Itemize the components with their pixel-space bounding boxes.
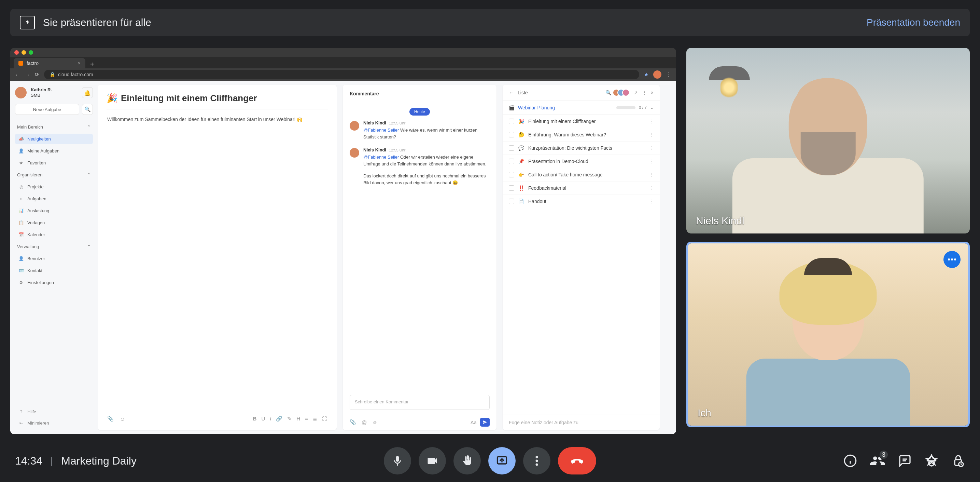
italic-icon[interactable]: I xyxy=(270,416,271,422)
task-more-icon[interactable]: ⋮ xyxy=(649,119,654,124)
user-profile[interactable]: Kathrin R. SMB 🔔 xyxy=(15,87,93,99)
present-button[interactable] xyxy=(488,447,515,474)
list-icon[interactable]: ≡ xyxy=(305,416,308,422)
checkbox[interactable] xyxy=(509,199,514,204)
profile-avatar[interactable] xyxy=(653,70,662,79)
forward-icon[interactable]: → xyxy=(25,72,30,78)
sidebar-item-einstellungen[interactable]: ⚙Einstellungen xyxy=(15,277,93,288)
attach-icon[interactable]: 📎 xyxy=(107,416,114,422)
raise-hand-button[interactable] xyxy=(453,447,481,474)
participant-video-tile[interactable]: Niels Kindl xyxy=(686,48,970,233)
host-controls-button[interactable] xyxy=(951,454,965,468)
checkbox[interactable] xyxy=(509,172,514,177)
task-more-icon[interactable]: ⋮ xyxy=(649,199,654,204)
task-more-icon[interactable]: ⋮ xyxy=(649,172,654,177)
browser-tab[interactable]: factro × xyxy=(14,58,85,69)
link-icon[interactable]: 🔗 xyxy=(276,416,282,422)
share-icon[interactable]: ↗ xyxy=(634,90,638,96)
close-tab-icon[interactable]: × xyxy=(78,61,81,66)
task-row[interactable]: ‼️Feedbackmaterial⋮ xyxy=(503,182,660,195)
numbered-list-icon[interactable]: ≣ xyxy=(313,416,317,422)
task-row[interactable]: 🎉Einleitung mit einem Cliffhanger⋮ xyxy=(503,115,660,128)
send-button[interactable] xyxy=(480,418,490,427)
at-icon[interactable]: @ xyxy=(362,420,367,425)
mic-button[interactable] xyxy=(384,447,411,474)
minimize-window-icon[interactable] xyxy=(22,50,26,55)
add-note-input[interactable]: Füge eine Notiz oder Aufgabe zu xyxy=(503,415,660,430)
sidebar-item-auslastung[interactable]: 📊Auslastung xyxy=(15,206,93,216)
attach-icon[interactable]: 📎 xyxy=(350,419,356,425)
close-window-icon[interactable] xyxy=(14,50,19,55)
search-icon[interactable]: 🔍 xyxy=(605,90,611,96)
task-more-icon[interactable]: ⋮ xyxy=(649,145,654,151)
chat-button[interactable] xyxy=(898,454,912,468)
sidebar-item-projekte[interactable]: ◎Projekte xyxy=(15,182,93,192)
tile-options-button[interactable] xyxy=(943,251,961,268)
task-row[interactable]: 🤔Einführung: Warum dieses Webinar?⋮ xyxy=(503,128,660,142)
browser-menu-icon[interactable]: ⋮ xyxy=(666,72,671,78)
sidebar-item-hilfe[interactable]: ?Hilfe xyxy=(15,407,93,417)
search-button[interactable]: 🔍 xyxy=(82,104,93,115)
section-verwaltung[interactable]: Verwaltung⌃ xyxy=(15,241,93,252)
emoji-icon[interactable]: ☺ xyxy=(372,420,377,425)
maximize-window-icon[interactable] xyxy=(29,50,33,55)
sidebar-item-minimieren[interactable]: ⇤Minimieren xyxy=(15,418,93,428)
checkbox[interactable] xyxy=(509,119,514,124)
sidebar-item-benutzer[interactable]: 👤Benutzer xyxy=(15,253,93,264)
activities-button[interactable] xyxy=(925,454,938,468)
expand-icon[interactable]: ⛶ xyxy=(322,416,327,422)
task-title[interactable]: 🎉Einleitung mit einem Cliffhanger xyxy=(107,93,328,109)
self-video-tile[interactable]: Ich xyxy=(686,242,970,427)
new-task-button[interactable]: Neue Aufgabe xyxy=(15,104,79,115)
sidebar-item-favoriten[interactable]: ★Favoriten xyxy=(15,158,93,168)
sidebar-item-neuigkeiten[interactable]: 📣Neuigkeiten xyxy=(15,134,93,144)
address-bar[interactable]: 🔒 cloud.factro.com xyxy=(44,70,639,79)
heading-icon[interactable]: H xyxy=(296,416,300,422)
sidebar-item-vorlagen[interactable]: 📋Vorlagen xyxy=(15,217,93,228)
sidebar-item-meine-aufgaben[interactable]: 👤Meine Aufgaben xyxy=(15,145,93,156)
hangup-button[interactable] xyxy=(558,447,596,474)
task-more-icon[interactable]: ⋮ xyxy=(649,159,654,164)
checkbox[interactable] xyxy=(509,159,514,164)
sidebar-item-kalender[interactable]: 📅Kalender xyxy=(15,229,93,240)
task-row[interactable]: 👉Call to action/ Take home message⋮ xyxy=(503,168,660,182)
bold-icon[interactable]: B xyxy=(253,416,257,422)
mention[interactable]: @Fabienne Seiler xyxy=(363,155,399,160)
task-row[interactable]: 📌Präsentation in Demo-Cloud⋮ xyxy=(503,155,660,168)
more-icon[interactable]: ⋮ xyxy=(642,90,647,96)
project-name[interactable]: Webinar-Planung xyxy=(518,105,555,110)
checkbox[interactable] xyxy=(509,145,514,151)
chevron-down-icon[interactable]: ⌄ xyxy=(650,105,654,110)
camera-button[interactable] xyxy=(418,447,446,474)
close-icon[interactable]: × xyxy=(651,90,654,96)
assignees[interactable] xyxy=(615,89,630,96)
more-options-button[interactable] xyxy=(523,447,550,474)
task-more-icon[interactable]: ⋮ xyxy=(649,185,654,191)
sidebar-item-kontakt[interactable]: 🪪Kontakt xyxy=(15,265,93,276)
back-icon[interactable]: ← xyxy=(15,72,20,78)
format-icon[interactable]: Aa xyxy=(471,420,477,425)
sidebar-item-aufgaben[interactable]: ○Aufgaben xyxy=(15,193,93,204)
stop-presenting-button[interactable]: Präsentation beenden xyxy=(867,17,960,28)
task-row[interactable]: 📄Handout⋮ xyxy=(503,195,660,208)
task-description[interactable]: Willkommen zum Sammelbecken der Ideen fü… xyxy=(107,109,328,412)
section-mein-bereich[interactable]: Mein Bereich⌃ xyxy=(15,122,93,132)
checkbox[interactable] xyxy=(509,132,514,137)
pencil-icon[interactable]: ✎ xyxy=(287,416,292,422)
section-organisieren[interactable]: Organisieren⌃ xyxy=(15,169,93,180)
notifications-icon[interactable]: 🔔 xyxy=(82,87,93,98)
people-button[interactable]: 3 xyxy=(870,453,885,468)
emoji-icon[interactable]: ☺ xyxy=(120,416,125,422)
task-row[interactable]: 💬Kurzpräsentation: Die wichtigsten Facts… xyxy=(503,142,660,155)
new-tab-button[interactable]: + xyxy=(85,61,99,69)
comment-input[interactable]: Schreibe einen Kommentar xyxy=(350,395,490,410)
underline-icon[interactable]: U xyxy=(261,416,265,422)
bookmark-icon[interactable]: ★ xyxy=(644,72,648,78)
reload-icon[interactable]: ⟳ xyxy=(35,72,39,78)
mention[interactable]: @Fabienne Seiler xyxy=(363,128,399,132)
task-more-icon[interactable]: ⋮ xyxy=(649,132,654,137)
checkbox[interactable] xyxy=(509,185,514,191)
comment: Niels Kindl12:55 Uhr @Fabienne Seiler Wi… xyxy=(350,120,490,140)
back-icon[interactable]: ← xyxy=(509,90,514,96)
meeting-info-button[interactable] xyxy=(843,454,857,468)
